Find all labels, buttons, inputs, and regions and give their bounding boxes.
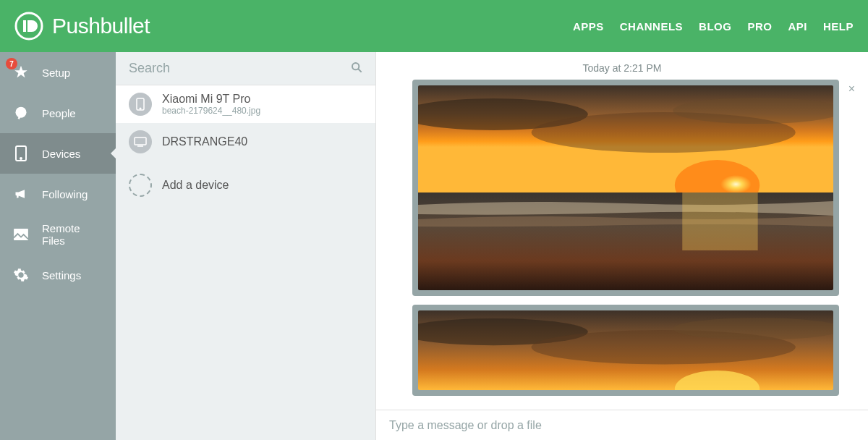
search-row [116, 52, 375, 85]
dashed-circle-icon [129, 174, 152, 197]
message-list: × [376, 80, 868, 410]
device-row[interactable]: Xiaomi Mi 9T Pro beach-2179624__480.jpg [116, 85, 375, 123]
sidebar-label: Remote Files [42, 222, 103, 247]
sidebar-item-people[interactable]: People [0, 93, 116, 133]
image-attachment [418, 85, 833, 290]
device-subtitle: beach-2179624__480.jpg [162, 106, 260, 116]
gear-icon [13, 267, 29, 283]
logo[interactable]: Pushbullet [14, 12, 150, 41]
compose-input[interactable] [389, 419, 855, 432]
sidebar-item-remote-files[interactable]: Remote Files [0, 214, 116, 255]
svg-rect-1 [23, 20, 26, 32]
chat-icon [13, 105, 29, 121]
add-device-row[interactable]: Add a device [116, 161, 375, 210]
sidebar-label: Devices [42, 148, 80, 160]
sidebar-label: Following [42, 188, 88, 200]
svg-point-6 [352, 63, 359, 69]
monitor-icon [129, 130, 152, 153]
image-attachment [418, 310, 833, 390]
nav-pro[interactable]: PRO [747, 20, 772, 33]
notification-badge: 7 [6, 58, 17, 69]
device-row[interactable]: DRSTRANGE40 [116, 123, 375, 161]
message-card[interactable] [412, 305, 839, 396]
svg-rect-5 [14, 229, 28, 240]
sidebar-item-devices[interactable]: Devices [0, 133, 116, 174]
sidebar-item-setup[interactable]: 7 Setup [0, 52, 116, 93]
sidebar-label: Setup [42, 67, 70, 79]
svg-line-7 [358, 69, 362, 72]
device-name: DRSTRANGE40 [162, 135, 247, 148]
sidebar-item-settings[interactable]: Settings [0, 255, 116, 295]
timestamp: Today at 2:21 PM [376, 52, 868, 80]
device-list-panel: Xiaomi Mi 9T Pro beach-2179624__480.jpg … [116, 52, 376, 440]
compose-bar [376, 410, 868, 440]
content-panel: Today at 2:21 PM × [376, 52, 868, 440]
nav-api[interactable]: API [788, 20, 807, 33]
image-icon [13, 227, 29, 242]
nav-help[interactable]: HELP [823, 20, 854, 33]
sidebar: 7 Setup People Devices Following Remote … [0, 52, 116, 440]
nav-apps[interactable]: APPS [573, 20, 604, 33]
header: Pushbullet APPS CHANNELS BLOG PRO API HE… [0, 0, 868, 52]
add-device-label: Add a device [162, 179, 229, 192]
search-input[interactable] [129, 61, 351, 76]
sidebar-item-following[interactable]: Following [0, 174, 116, 214]
svg-point-9 [140, 108, 141, 109]
nav-blog[interactable]: BLOG [699, 20, 731, 33]
svg-rect-18 [682, 192, 757, 250]
sidebar-label: Settings [42, 269, 81, 282]
device-name: Xiaomi Mi 9T Pro [162, 93, 260, 106]
search-icon[interactable] [351, 62, 362, 76]
svg-point-2 [16, 107, 27, 118]
brand-name: Pushbullet [52, 14, 150, 38]
phone-icon [13, 145, 29, 161]
phone-icon [129, 93, 152, 116]
svg-rect-10 [135, 138, 146, 145]
nav-channels[interactable]: CHANNELS [620, 20, 683, 33]
svg-point-4 [20, 158, 22, 159]
message-card[interactable]: × [412, 80, 839, 296]
logo-icon [14, 12, 43, 41]
close-icon[interactable]: × [848, 82, 855, 96]
sidebar-label: People [42, 107, 76, 119]
top-nav: APPS CHANNELS BLOG PRO API HELP [573, 20, 854, 33]
megaphone-icon [13, 186, 29, 202]
